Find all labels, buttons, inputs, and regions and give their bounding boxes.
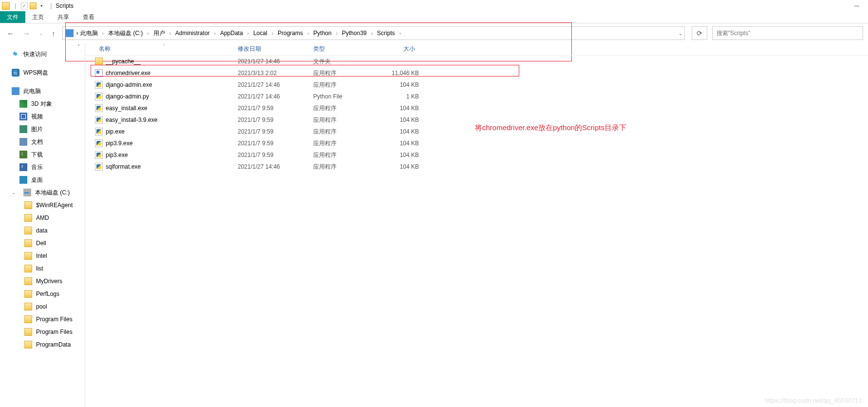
file-type: 应用程序 bbox=[309, 81, 375, 89]
disk-icon bbox=[23, 189, 31, 196]
breadcrumb-part[interactable]: Python39 bbox=[340, 29, 369, 38]
up-button[interactable]: ↑ bbox=[52, 29, 56, 38]
breadcrumb-part[interactable]: AppData bbox=[218, 29, 245, 38]
file-name: django-admin.py bbox=[106, 93, 234, 100]
tab-share[interactable]: 共享 bbox=[51, 11, 76, 23]
file-row[interactable]: __pycache__2021/1/27 14:46文件夹 bbox=[85, 56, 868, 67]
breadcrumb-part[interactable]: 用户 bbox=[151, 28, 167, 39]
folder-icon bbox=[95, 58, 103, 65]
chevron-right-icon[interactable]: › bbox=[213, 31, 217, 36]
nav-tree[interactable]: ˄ 快速访问 WPS网盘 此电脑 3D 对象视频图片文档下载音乐桌面⌄本地磁盘 … bbox=[0, 43, 85, 407]
sidebar-folder-item[interactable]: pool bbox=[0, 300, 85, 313]
sidebar-folder-item[interactable]: Program Files bbox=[0, 326, 85, 338]
sidebar-quick-access[interactable]: 快速访问 bbox=[0, 48, 85, 60]
file-size: 11,046 KB bbox=[375, 70, 419, 77]
chevron-right-icon[interactable]: › bbox=[146, 31, 150, 36]
chevron-right-icon[interactable]: › bbox=[246, 31, 250, 36]
sidebar-item[interactable]: 音乐 bbox=[0, 161, 85, 174]
qat-customize-icon[interactable]: ▾ bbox=[40, 3, 45, 8]
file-type: 应用程序 bbox=[309, 128, 375, 136]
sidebar-item-label: PerfLogs bbox=[36, 291, 59, 297]
doc-icon bbox=[19, 138, 27, 146]
sidebar-item[interactable]: 图片 bbox=[0, 123, 85, 136]
chevron-right-icon[interactable]: › bbox=[398, 31, 402, 36]
folder-icon bbox=[24, 265, 32, 272]
sidebar-folder-item[interactable]: Program Files bbox=[0, 313, 85, 326]
breadcrumb-part[interactable]: Python bbox=[311, 29, 333, 38]
file-row[interactable]: sqlformat.exe2021/1/27 14:46应用程序104 KB bbox=[85, 161, 868, 173]
file-row[interactable]: easy_install.exe2021/1/7 9:59应用程序104 KB bbox=[85, 102, 868, 114]
address-dropdown-icon[interactable]: ⌄ bbox=[679, 31, 682, 36]
file-list[interactable]: 名称˄ 修改日期 类型 大小 __pycache__2021/1/27 14:4… bbox=[85, 43, 868, 407]
sidebar-this-pc[interactable]: 此电脑 bbox=[0, 85, 85, 97]
collapse-tree-icon[interactable]: ˄ bbox=[77, 44, 80, 49]
breadcrumb-part[interactable]: Administrator bbox=[173, 29, 212, 38]
sidebar-item[interactable]: 文档 bbox=[0, 136, 85, 148]
file-size: 104 KB bbox=[375, 152, 419, 158]
sidebar-item[interactable]: 下载 bbox=[0, 148, 85, 161]
column-type[interactable]: 类型 bbox=[309, 45, 375, 53]
chevron-right-icon[interactable]: › bbox=[335, 31, 339, 36]
breadcrumb-part[interactable]: Programs bbox=[276, 29, 305, 38]
sidebar-item[interactable]: ⌄本地磁盘 (C:) bbox=[0, 186, 85, 199]
sidebar-item-label: WPS网盘 bbox=[23, 69, 48, 77]
column-name[interactable]: 名称˄ bbox=[95, 45, 234, 53]
tab-view[interactable]: 查看 bbox=[76, 11, 101, 23]
minimize-button[interactable]: — bbox=[846, 0, 868, 11]
pyexe-icon bbox=[95, 128, 103, 136]
sidebar-folder-item[interactable]: AMD bbox=[0, 212, 85, 224]
file-row[interactable]: django-admin.py2021/1/27 14:46Python Fil… bbox=[85, 91, 868, 102]
sidebar-item[interactable]: 视频 bbox=[0, 110, 85, 123]
breadcrumb-part[interactable]: 此电脑 bbox=[78, 28, 100, 39]
chevron-right-icon[interactable]: › bbox=[370, 31, 374, 36]
file-row[interactable]: chromedriver.exe2021/3/13 2:02应用程序11,046… bbox=[85, 67, 868, 79]
search-input[interactable]: 搜索"Scripts" bbox=[712, 26, 863, 40]
refresh-button[interactable]: ⟳ bbox=[692, 26, 707, 40]
address-bar[interactable]: › 此电脑›本地磁盘 (C:)›用户›Administrator›AppData… bbox=[62, 26, 685, 40]
sidebar-folder-item[interactable]: ProgramData bbox=[0, 338, 85, 351]
sidebar-item-label: 本地磁盘 (C:) bbox=[35, 189, 70, 197]
nav-arrows: ← → ⌄ ↑ bbox=[7, 29, 56, 38]
file-date: 2021/3/13 2:02 bbox=[234, 70, 309, 77]
chevron-right-icon[interactable]: › bbox=[168, 31, 172, 36]
sidebar-item[interactable]: 桌面 bbox=[0, 174, 85, 186]
sidebar-item[interactable]: 3D 对象 bbox=[0, 97, 85, 110]
sidebar-item-label: $WinREAgent bbox=[36, 202, 73, 209]
sidebar-folder-item[interactable]: data bbox=[0, 224, 85, 237]
star-icon bbox=[12, 50, 19, 58]
sidebar-folder-item[interactable]: MyDrivers bbox=[0, 275, 85, 288]
chevron-right-icon[interactable]: › bbox=[101, 31, 105, 36]
recent-dropdown-icon[interactable]: ⌄ bbox=[39, 31, 43, 36]
breadcrumb-part[interactable]: Local bbox=[251, 29, 269, 38]
chevron-right-icon[interactable]: › bbox=[306, 31, 310, 36]
back-button[interactable]: ← bbox=[7, 29, 14, 38]
sort-indicator-icon: ˄ bbox=[163, 44, 165, 48]
folder-icon bbox=[24, 328, 32, 336]
tab-home[interactable]: 主页 bbox=[25, 11, 51, 23]
chevron-right-icon[interactable]: › bbox=[270, 31, 275, 36]
expand-icon[interactable]: ⌄ bbox=[12, 190, 17, 195]
sidebar-folder-item[interactable]: list bbox=[0, 262, 85, 275]
file-row[interactable]: pip3.9.exe2021/1/7 9:59应用程序104 KB bbox=[85, 137, 868, 149]
separator: | bbox=[15, 2, 16, 9]
file-row[interactable]: pip3.exe2021/1/7 9:59应用程序104 KB bbox=[85, 149, 868, 161]
column-size[interactable]: 大小 bbox=[375, 45, 419, 53]
tab-file[interactable]: 文件 bbox=[0, 11, 25, 23]
breadcrumb-part[interactable]: Scripts bbox=[375, 29, 397, 38]
file-name: django-admin.exe bbox=[106, 81, 234, 88]
sidebar-folder-item[interactable]: Dell bbox=[0, 237, 85, 250]
breadcrumb-part[interactable]: 本地磁盘 (C:) bbox=[106, 28, 145, 39]
qat-newfolder-icon[interactable] bbox=[30, 2, 37, 9]
file-row[interactable]: django-admin.exe2021/1/27 14:46应用程序104 K… bbox=[85, 79, 868, 91]
column-date[interactable]: 修改日期 bbox=[234, 45, 309, 53]
pyexe-icon bbox=[95, 104, 103, 112]
file-type: Python File bbox=[309, 93, 375, 100]
file-size: 104 KB bbox=[375, 140, 419, 147]
sidebar-item-label: 3D 对象 bbox=[31, 100, 52, 108]
forward-button[interactable]: → bbox=[23, 29, 30, 38]
qat-properties-icon[interactable]: ✓ bbox=[21, 2, 28, 9]
sidebar-wps[interactable]: WPS网盘 bbox=[0, 66, 85, 79]
sidebar-folder-item[interactable]: $WinREAgent bbox=[0, 199, 85, 212]
sidebar-folder-item[interactable]: Intel bbox=[0, 250, 85, 262]
sidebar-folder-item[interactable]: PerfLogs bbox=[0, 288, 85, 300]
